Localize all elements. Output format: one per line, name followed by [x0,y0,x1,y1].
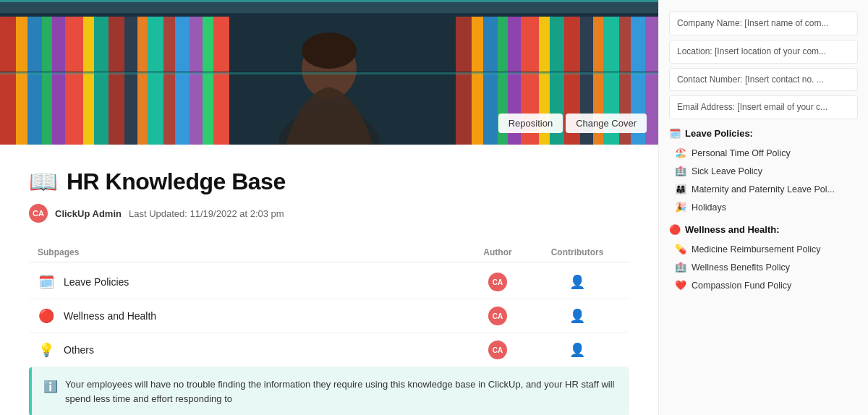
company-name-field[interactable]: Company Name: [Insert name of com... [669,12,858,35]
page-title-row: 📖 HR Knowledge Base [29,168,629,195]
sick-leave-label: Sick Leave Policy [692,166,762,176]
medicine-emoji: 💊 [675,244,686,254]
others-name: Others [64,344,461,356]
wellness-contributors: 👤 [534,308,621,324]
others-icon: 💡 [38,342,55,358]
page-emoji: 📖 [29,168,58,195]
holidays-label: Holidays [692,202,726,213]
svg-rect-39 [0,0,658,2]
wellness-section-emoji: 🔴 [669,224,681,235]
leave-section-header: 🗓️ Leave Policies: [669,128,858,139]
subpage-row-wellness[interactable]: 🔴 Wellness and Health CA 👤 [29,299,629,333]
compassion-fund-emoji: ❤️ [675,280,686,291]
svg-rect-37 [645,17,658,145]
wellness-section-label: Wellness and Health: [685,224,780,235]
leave-policies-author: CA [461,273,534,291]
leave-section-label: Leave Policies: [685,128,753,139]
svg-rect-3 [0,17,16,145]
contributor-icon-2: 👤 [569,308,585,324]
reposition-button[interactable]: Reposition [498,114,563,133]
sidebar-item-maternity-leave[interactable]: 👨‍👩‍👧 Maternity and Paternity Leave Pol.… [669,181,858,197]
personal-time-off-emoji: 🏖️ [675,147,686,158]
svg-rect-12 [124,17,137,145]
wellness-section-header: 🔴 Wellness and Health: [669,224,858,235]
col-author-label: Author [461,247,534,257]
others-contributors: 👤 [534,342,621,358]
contributor-icon-1: 👤 [569,274,585,290]
svg-rect-24 [472,17,483,145]
author-name: ClickUp Admin [55,208,122,219]
sidebar-item-sick-leave[interactable]: 🏥 Sick Leave Policy [669,163,858,179]
subpage-row-others[interactable]: 💡 Others CA 👤 [29,333,629,367]
cover-buttons: Reposition Change Cover [498,114,647,133]
change-cover-button[interactable]: Change Cover [566,114,647,133]
page-body: 📖 HR Knowledge Base CA ClickUp Admin Las… [0,145,658,415]
col-contributors-label: Contributors [534,247,621,257]
svg-rect-11 [109,17,124,145]
leave-policies-name: Leave Policies [64,276,461,288]
main-content: Reposition Change Cover 📖 HR Knowledge B… [0,0,658,415]
maternity-leave-emoji: 👨‍👩‍👧 [675,184,686,194]
svg-point-22 [302,33,357,69]
callout-icon: ℹ️ [43,378,58,406]
sidebar-item-personal-time-off[interactable]: 🏖️ Personal Time Off Policy [669,145,858,161]
svg-rect-4 [16,17,27,145]
wellness-icon: 🔴 [38,308,55,324]
svg-rect-17 [190,17,203,145]
email-field[interactable]: Email Address: [Insert email of your c..… [669,95,858,119]
svg-rect-25 [483,17,498,145]
sidebar-item-holidays[interactable]: 🎉 Holidays [669,199,858,215]
sidebar-item-compassion-fund[interactable]: ❤️ Compassion Fund Policy [669,277,858,294]
location-field[interactable]: Location: [Insert location of your com..… [669,40,858,64]
svg-rect-8 [65,17,83,145]
svg-rect-6 [42,17,52,145]
subpages-header: Subpages Author Contributors [29,243,629,262]
sick-leave-emoji: 🏥 [675,166,686,176]
svg-rect-23 [456,17,472,145]
callout-text: Your employees will have no trouble find… [65,377,618,406]
others-avatar: CA [488,341,507,359]
subpage-row-leave-policies[interactable]: 🗓️ Leave Policies CA 👤 [29,265,629,299]
others-author: CA [461,341,534,359]
svg-rect-7 [52,17,65,145]
leave-section-emoji: 🗓️ [669,128,681,139]
svg-rect-2 [0,13,658,17]
info-callout: ℹ️ Your employees will have no trouble f… [29,367,629,415]
svg-rect-13 [137,17,148,145]
holidays-emoji: 🎉 [675,202,686,213]
svg-rect-18 [203,17,213,145]
updated-text: Last Updated: 11/19/2022 at 2:03 pm [129,208,284,219]
wellness-author: CA [461,307,534,325]
right-sidebar: Company Name: [Insert name of com... Loc… [658,0,868,415]
author-avatar: CA [29,204,48,223]
wellness-benefits-emoji: 🏥 [675,262,686,273]
cover-image: Reposition Change Cover [0,0,658,145]
maternity-leave-label: Maternity and Paternity Leave Pol... [692,184,835,194]
svg-rect-5 [27,17,42,145]
compassion-fund-label: Compassion Fund Policy [692,281,791,291]
wellness-avatar: CA [488,307,507,325]
sidebar-item-medicine[interactable]: 💊 Medicine Reimbursement Policy [669,241,858,257]
medicine-label: Medicine Reimbursement Policy [692,244,821,254]
subpages-list: 🗓️ Leave Policies CA 👤 🔴 Wellness and He… [29,265,629,367]
sidebar-item-wellness-benefits[interactable]: 🏥 Wellness Benefits Policy [669,259,858,275]
svg-rect-40 [0,72,658,74]
svg-rect-15 [163,17,175,145]
contact-field[interactable]: Contact Number: [Insert contact no. ... [669,68,858,92]
svg-rect-19 [213,17,229,145]
contributor-icon-3: 👤 [569,342,585,358]
col-subpages-label: Subpages [38,247,461,257]
page-title: HR Knowledge Base [67,168,286,195]
svg-rect-14 [148,17,163,145]
svg-rect-16 [175,17,190,145]
wellness-name: Wellness and Health [64,310,461,322]
leave-policies-icon: 🗓️ [38,274,55,290]
svg-rect-9 [83,17,94,145]
leave-policies-contributors: 👤 [534,274,621,290]
wellness-benefits-label: Wellness Benefits Policy [692,262,790,273]
leave-policies-avatar: CA [488,273,507,291]
meta-row: CA ClickUp Admin Last Updated: 11/19/202… [29,204,629,223]
svg-rect-10 [94,17,109,145]
personal-time-off-label: Personal Time Off Policy [692,148,791,158]
